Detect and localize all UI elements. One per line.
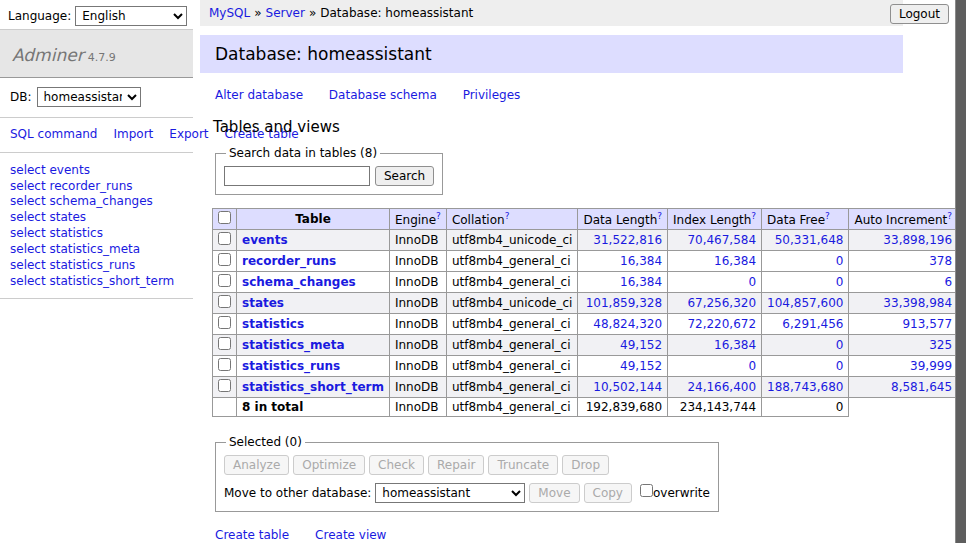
data-length-link[interactable]: 16,384 bbox=[620, 254, 662, 268]
row-checkbox[interactable] bbox=[218, 358, 231, 371]
row-checkbox[interactable] bbox=[218, 379, 231, 392]
data-free-link[interactable]: 0 bbox=[836, 338, 844, 352]
logout-button[interactable]: Logout bbox=[890, 4, 949, 24]
vertical-scrollbar[interactable] bbox=[955, 0, 966, 543]
index-length-link[interactable]: 0 bbox=[748, 359, 756, 373]
app-version[interactable]: 4.7.9 bbox=[88, 51, 116, 64]
privileges-link[interactable]: Privileges bbox=[463, 88, 521, 102]
help-link-icon[interactable]: ? bbox=[751, 211, 756, 221]
create-table-link[interactable]: Create table bbox=[215, 528, 289, 542]
data-length-link[interactable]: 48,824,320 bbox=[593, 317, 662, 331]
create-view-link[interactable]: Create view bbox=[315, 528, 386, 542]
app-name[interactable]: Adminer bbox=[12, 45, 84, 65]
auto-increment-link[interactable]: 913,577 bbox=[902, 317, 952, 331]
row-checkbox[interactable] bbox=[218, 295, 231, 308]
index-length-link[interactable]: 16,384 bbox=[714, 254, 756, 268]
search-input[interactable] bbox=[224, 166, 370, 186]
data-length-link[interactable]: 49,152 bbox=[620, 359, 662, 373]
index-length-link[interactable]: 0 bbox=[748, 275, 756, 289]
overwrite-checkbox[interactable] bbox=[640, 484, 653, 497]
total-data-free: 0 bbox=[762, 398, 849, 417]
move-button[interactable]: Move bbox=[529, 483, 579, 503]
data-free-link[interactable]: 0 bbox=[836, 359, 844, 373]
data-free-link[interactable]: 0 bbox=[836, 254, 844, 268]
language-select[interactable]: English bbox=[75, 6, 187, 26]
auto-increment-link[interactable]: 325 bbox=[929, 338, 952, 352]
sidebar-item-select-states[interactable]: select states bbox=[10, 210, 183, 226]
data-free-link[interactable]: 50,331,648 bbox=[775, 233, 844, 247]
data-length-link[interactable]: 16,384 bbox=[620, 275, 662, 289]
data-length-link[interactable]: 101,859,328 bbox=[586, 296, 662, 310]
auto-increment-link[interactable]: 378 bbox=[929, 254, 952, 268]
tables-overview-table: Table Engine? Collation? Data Length? In… bbox=[212, 208, 966, 417]
table-link[interactable]: states bbox=[242, 296, 284, 310]
sidebar-item-select-statistics-meta[interactable]: select statistics_meta bbox=[10, 242, 183, 258]
truncate-button[interactable]: Truncate bbox=[488, 455, 558, 475]
auto-increment-link[interactable]: 33,398,984 bbox=[883, 296, 952, 310]
alter-database-link[interactable]: Alter database bbox=[215, 88, 303, 102]
row-checkbox[interactable] bbox=[218, 274, 231, 287]
sidebar-item-select-recorder-runs[interactable]: select recorder_runs bbox=[10, 179, 183, 195]
drop-button[interactable]: Drop bbox=[562, 455, 609, 475]
db-select[interactable]: homeassistant bbox=[37, 87, 141, 107]
database-schema-link[interactable]: Database schema bbox=[329, 88, 437, 102]
sidebar-item-select-schema-changes[interactable]: select schema_changes bbox=[10, 194, 183, 210]
sidebar-item-select-statistics-runs[interactable]: select statistics_runs bbox=[10, 258, 183, 274]
check-button[interactable]: Check bbox=[369, 455, 424, 475]
index-length-link[interactable]: 24,166,400 bbox=[687, 380, 756, 394]
total-collation: utf8mb4_general_ci bbox=[446, 398, 578, 417]
index-length-link[interactable]: 72,220,672 bbox=[687, 317, 756, 331]
breadcrumb-link-server[interactable]: Server bbox=[266, 6, 305, 20]
sidebar-table-list: select events select recorder_runs selec… bbox=[0, 153, 193, 300]
data-free-link[interactable]: 104,857,600 bbox=[767, 296, 843, 310]
data-length-link[interactable]: 49,152 bbox=[620, 338, 662, 352]
row-checkbox[interactable] bbox=[218, 253, 231, 266]
data-free-link[interactable]: 6,291,456 bbox=[782, 317, 843, 331]
sidebar-link-sql-command[interactable]: SQL command bbox=[10, 127, 97, 141]
row-checkbox[interactable] bbox=[218, 232, 231, 245]
table-link[interactable]: statistics_short_term bbox=[242, 380, 384, 394]
table-link[interactable]: statistics_runs bbox=[242, 359, 340, 373]
auto-increment-link[interactable]: 33,898,196 bbox=[883, 233, 952, 247]
search-button[interactable]: Search bbox=[375, 166, 434, 186]
help-link-icon[interactable]: ? bbox=[436, 211, 441, 221]
data-free-link[interactable]: 188,743,680 bbox=[767, 380, 843, 394]
help-link-icon[interactable]: ? bbox=[505, 211, 510, 221]
breadcrumb-link-mysql[interactable]: MySQL bbox=[209, 6, 250, 20]
row-checkbox[interactable] bbox=[218, 316, 231, 329]
optimize-button[interactable]: Optimize bbox=[293, 455, 365, 475]
index-length-link[interactable]: 70,467,584 bbox=[687, 233, 756, 247]
sidebar-link-import[interactable]: Import bbox=[113, 127, 153, 141]
table-link[interactable]: statistics bbox=[242, 317, 304, 331]
table-link[interactable]: events bbox=[242, 233, 288, 247]
column-header-data-length: Data Length? bbox=[578, 209, 668, 230]
repair-button[interactable]: Repair bbox=[428, 455, 484, 475]
auto-increment-link[interactable]: 8,581,645 bbox=[891, 380, 952, 394]
row-checkbox[interactable] bbox=[218, 337, 231, 350]
table-link[interactable]: recorder_runs bbox=[242, 254, 336, 268]
index-length-link[interactable]: 67,256,320 bbox=[687, 296, 756, 310]
select-all-checkbox[interactable] bbox=[218, 211, 231, 224]
table-link[interactable]: schema_changes bbox=[242, 275, 356, 289]
copy-button[interactable]: Copy bbox=[584, 483, 632, 503]
sidebar-actions: SQL commandImportExportCreate table bbox=[0, 118, 193, 153]
help-link-icon[interactable]: ? bbox=[947, 211, 952, 221]
help-link-icon[interactable]: ? bbox=[825, 211, 830, 221]
auto-increment-link[interactable]: 39,999 bbox=[910, 359, 952, 373]
data-length-link[interactable]: 31,522,816 bbox=[593, 233, 662, 247]
sidebar-item-select-statistics-short-term[interactable]: select statistics_short_term bbox=[10, 274, 183, 290]
data-length-link[interactable]: 10,502,144 bbox=[593, 380, 662, 394]
help-link-icon[interactable]: ? bbox=[657, 211, 662, 221]
overwrite-label: overwrite bbox=[653, 486, 710, 500]
analyze-button[interactable]: Analyze bbox=[224, 455, 289, 475]
data-free-link[interactable]: 0 bbox=[836, 275, 844, 289]
collation-cell: utf8mb4_general_ci bbox=[446, 377, 578, 398]
sidebar-item-select-statistics[interactable]: select statistics bbox=[10, 226, 183, 242]
sidebar-item-select-events[interactable]: select events bbox=[10, 163, 183, 179]
index-length-link[interactable]: 16,384 bbox=[714, 338, 756, 352]
table-link[interactable]: statistics_meta bbox=[242, 338, 345, 352]
search-legend: Search data in tables (8) bbox=[226, 146, 380, 160]
move-database-select[interactable]: homeassistant bbox=[375, 483, 525, 503]
tables-section-title: Tables and views bbox=[200, 102, 955, 136]
auto-increment-link[interactable]: 6 bbox=[944, 275, 952, 289]
